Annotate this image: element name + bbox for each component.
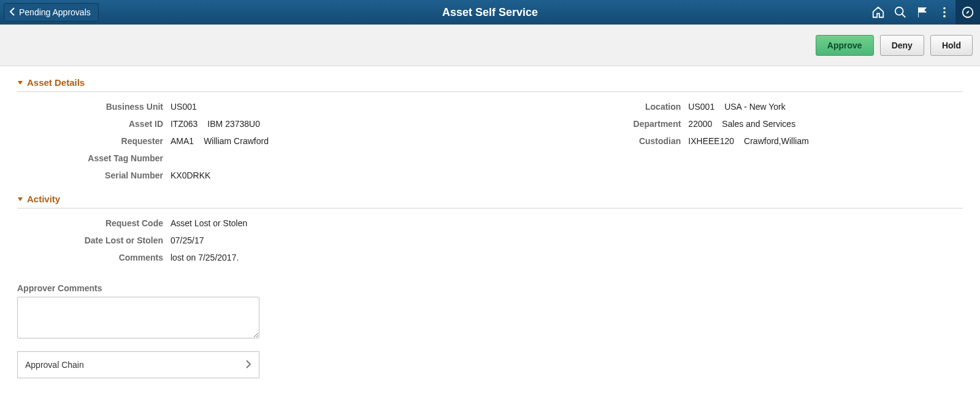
search-icon[interactable] [889,0,911,25]
label-date-lost: Date Lost or Stolen [17,235,170,245]
compass-icon[interactable] [955,0,980,25]
approver-comments-label: Approver Comments [17,283,963,293]
value-department-code: 22000 [688,119,712,129]
page-title: Asset Self Service [442,6,538,19]
value-custodian-code: IXHEEE120 [688,136,734,146]
action-bar: Approve Deny Hold [0,25,980,66]
value-asset-id-code: ITZ063 [170,119,197,129]
svg-point-3 [943,11,946,13]
home-icon[interactable] [867,0,889,25]
value-date-lost: 07/25/17 [170,235,204,245]
field-asset-tag: Asset Tag Number [17,150,565,167]
section-title: Asset Details [27,77,85,88]
value-asset-id-desc: IBM 23738U0 [207,119,260,129]
value-serial: KX0DRKK [170,170,210,180]
value-location-desc: USA - New York [724,102,786,112]
deny-button[interactable]: Deny [880,35,924,56]
value-requester-code: AMA1 [170,136,194,146]
svg-point-4 [943,15,946,18]
approver-comments-input[interactable] [17,297,259,338]
label-comments: Comments [17,253,170,262]
approve-button[interactable]: Approve [816,35,874,56]
label-asset-tag: Asset Tag Number [17,153,170,163]
field-business-unit: Business Unit US001 [17,98,565,115]
section-activity-header[interactable]: Activity [17,190,963,208]
field-department: Department 22000 Sales and Services [565,115,963,132]
value-requester-desc: William Crawford [204,136,269,146]
field-request-code: Request Code Asset Lost or Stolen [17,215,963,232]
label-serial: Serial Number [17,170,170,180]
value-department-desc: Sales and Services [722,119,795,129]
approval-chain-label: Approval Chain [25,360,84,370]
label-custodian: Custodian [565,136,688,146]
chevron-right-icon [245,360,251,370]
value-location-code: US001 [688,102,714,112]
asset-details-fields: Business Unit US001 Asset ID ITZ063 IBM … [17,92,963,190]
collapse-icon [17,196,23,202]
svg-point-0 [895,7,903,15]
field-location: Location US001 USA - New York [565,98,963,115]
app-header: Pending Approvals Asset Self Service [0,0,980,25]
value-business-unit: US001 [170,102,197,112]
value-comments: lost on 7/25/2017. [170,253,239,262]
label-request-code: Request Code [17,218,170,228]
svg-point-2 [943,7,946,10]
back-button[interactable]: Pending Approvals [4,3,99,21]
field-serial: Serial Number KX0DRKK [17,167,565,184]
svg-line-1 [902,14,906,18]
field-comments: Comments lost on 7/25/2017. [17,249,963,266]
field-requester: Requester AMA1 William Crawford [17,132,565,150]
field-date-lost: Date Lost or Stolen 07/25/17 [17,232,963,249]
hold-button[interactable]: Hold [930,35,973,56]
label-location: Location [565,102,688,112]
flag-icon[interactable] [911,0,933,25]
content-area: Asset Details Business Unit US001 Asset … [0,66,980,397]
activity-fields: Request Code Asset Lost or Stolen Date L… [17,208,963,272]
back-button-label: Pending Approvals [19,7,91,17]
section-title: Activity [27,194,60,204]
chevron-left-icon [9,7,19,18]
label-requester: Requester [17,136,170,146]
approval-chain-button[interactable]: Approval Chain [17,351,259,378]
section-asset-details-header[interactable]: Asset Details [17,74,963,92]
label-department: Department [565,119,688,129]
value-request-code: Asset Lost or Stolen [170,218,247,228]
collapse-icon [17,80,23,86]
header-icon-group [867,0,980,25]
field-asset-id: Asset ID ITZ063 IBM 23738U0 [17,115,565,132]
label-business-unit: Business Unit [17,102,170,112]
more-icon[interactable] [933,0,955,25]
field-custodian: Custodian IXHEEE120 Crawford,William [565,132,963,150]
value-custodian-desc: Crawford,William [744,136,809,146]
label-asset-id: Asset ID [17,119,170,129]
